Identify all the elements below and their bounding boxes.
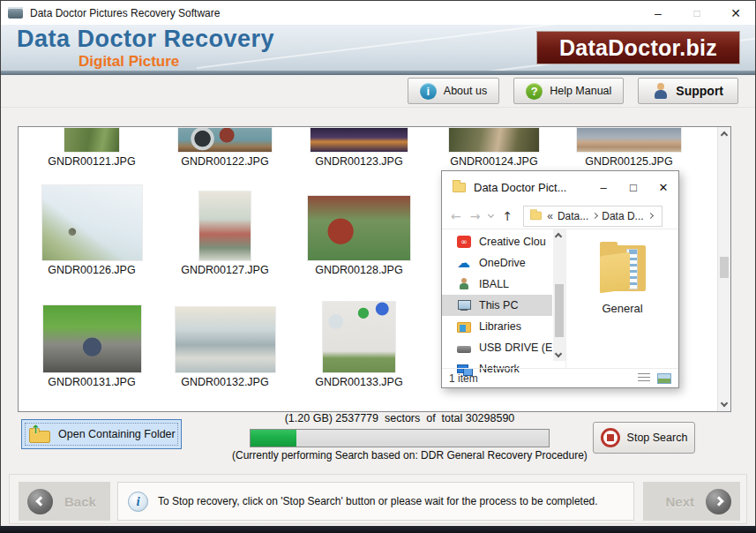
chevron-right-icon[interactable] <box>592 213 598 219</box>
details-view-icon[interactable] <box>638 373 650 383</box>
minimize-icon[interactable]: – <box>639 1 677 25</box>
sidebar-item-onedrive[interactable]: ☁ OneDrive <box>442 252 552 274</box>
folder-name: General <box>602 302 642 315</box>
close-icon[interactable]: ✕ <box>716 1 755 25</box>
usb-drive-icon <box>457 346 471 353</box>
thumbnail-item[interactable]: GNDR00126.JPG <box>38 183 146 276</box>
scroll-down-icon[interactable] <box>555 350 562 357</box>
photo-thumbnail[interactable] <box>311 128 408 152</box>
thumbnail-filename: GNDR00131.JPG <box>48 376 135 388</box>
thumbnail-item[interactable]: GNDR00127.JPG <box>171 183 279 276</box>
thumbnail-item[interactable]: GNDR00123.JPG <box>305 128 413 168</box>
explorer-status-bar: 1 item <box>442 368 678 387</box>
general-folder[interactable] <box>598 240 647 295</box>
scroll-up-icon[interactable] <box>555 233 562 240</box>
photo-thumbnail[interactable] <box>64 128 119 152</box>
thumbnail-item[interactable]: GNDR00131.JPG <box>38 295 146 388</box>
photo-thumbnail[interactable] <box>176 307 275 372</box>
photo-thumbnail[interactable] <box>43 305 141 372</box>
help-manual-button[interactable]: ? Help Manual <box>513 78 624 104</box>
stop-icon <box>601 428 620 447</box>
support-button[interactable]: Support <box>638 78 738 104</box>
thumbnail-filename: GNDR00126.JPG <box>48 264 135 276</box>
libraries-folder-icon <box>457 322 471 333</box>
scrollbar-thumb[interactable] <box>720 257 729 278</box>
brand-title: Data Doctor Recovery <box>17 26 274 53</box>
stop-search-label: Stop Search <box>627 432 688 444</box>
photo-thumbnail[interactable] <box>577 128 681 152</box>
sidebar-item-usb-drive[interactable]: USB DRIVE (E: <box>442 337 552 358</box>
explorer-window: Data Doctor Pict... – □ ✕ ← → ↑ « Data..… <box>441 170 679 388</box>
thumbnail-filename: GNDR00124.JPG <box>450 155 537 168</box>
computer-icon <box>457 299 471 312</box>
progress-bar <box>250 429 550 447</box>
progress-status-text: (Currently performing Search based on: D… <box>232 449 567 462</box>
back-button[interactable]: Back <box>19 482 110 521</box>
photo-thumbnail[interactable] <box>42 185 142 260</box>
sidebar-item-libraries[interactable]: Libraries <box>442 316 552 337</box>
datadoctor-logo: DataDoctor.biz <box>536 31 740 64</box>
panel-scrollbar[interactable] <box>717 127 730 411</box>
progress-bar-fill <box>251 430 296 447</box>
sidebar-item-this-pc[interactable]: This PC <box>442 295 552 316</box>
back-circle-icon <box>27 489 53 514</box>
explorer-close-icon[interactable]: ✕ <box>648 171 678 203</box>
question-icon: ? <box>526 83 543 100</box>
explorer-title-bar[interactable]: Data Doctor Pict... – □ ✕ <box>442 171 678 203</box>
explorer-content: General <box>565 229 678 368</box>
breadcrumb-overflow[interactable]: « <box>547 210 553 222</box>
thumbnail-item[interactable]: GNDR00125.JPG <box>575 128 683 168</box>
recent-locations-icon[interactable] <box>488 211 494 217</box>
photo-thumbnail[interactable] <box>199 191 251 260</box>
next-button[interactable]: Next <box>643 482 740 521</box>
windows-taskbar[interactable] <box>0 526 756 533</box>
thumbnail-item[interactable]: GNDR00121.JPG <box>38 128 146 168</box>
photo-thumbnail[interactable] <box>449 128 539 152</box>
thumbnail-filename: GNDR00132.JPG <box>181 376 268 388</box>
support-label: Support <box>676 84 723 98</box>
scroll-up-icon[interactable] <box>721 131 728 139</box>
about-us-button[interactable]: i About us <box>408 78 499 104</box>
photo-thumbnail[interactable] <box>308 196 410 260</box>
thumbnail-filename: GNDR00128.JPG <box>315 264 402 276</box>
back-arrow-icon[interactable]: ← <box>451 209 461 223</box>
creative-cloud-icon: ∞ <box>457 236 471 248</box>
open-containing-folder-button[interactable]: ↑ Open Containing Folder <box>21 419 182 449</box>
address-bar[interactable]: « Data... Data D... <box>523 206 662 227</box>
next-circle-icon <box>706 489 731 514</box>
scrollbar-thumb[interactable] <box>555 284 564 337</box>
stop-search-button[interactable]: Stop Search <box>593 422 695 454</box>
open-folder-icon: ↑ <box>29 425 50 443</box>
thumbnail-item[interactable]: GNDR00133.JPG <box>305 295 413 388</box>
forward-arrow-icon[interactable]: → <box>470 209 481 223</box>
sidebar-item-user[interactable]: IBALL <box>442 274 552 295</box>
explorer-maximize-icon[interactable]: □ <box>618 171 648 203</box>
chevron-right-icon[interactable] <box>647 213 654 219</box>
thumbnail-filename: GNDR00123.JPG <box>315 155 402 168</box>
toolbar: i About us ? Help Manual Support <box>1 75 755 108</box>
explorer-nav-bar: ← → ↑ « Data... Data D... <box>442 203 678 229</box>
thumbnail-item[interactable]: GNDR00128.JPG <box>305 183 413 276</box>
explorer-minimize-icon[interactable]: – <box>588 171 618 203</box>
scroll-down-icon[interactable] <box>721 400 728 407</box>
sidebar-scrollbar[interactable] <box>553 229 565 361</box>
photo-thumbnail[interactable] <box>323 302 395 372</box>
application-window: Data Doctor Pictures Recovery Software –… <box>0 0 756 533</box>
sidebar-item-creative-cloud[interactable]: ∞ Creative Clou <box>442 231 552 252</box>
photo-thumbnail[interactable] <box>178 128 272 152</box>
maximize-icon[interactable]: □ <box>677 1 716 25</box>
thumbnail-filename: GNDR00125.JPG <box>585 155 672 168</box>
help-manual-label: Help Manual <box>550 85 611 97</box>
thumbnail-item[interactable]: GNDR00122.JPG <box>171 128 279 168</box>
breadcrumb-item[interactable]: Data D... <box>602 210 643 222</box>
up-arrow-icon[interactable]: ↑ <box>502 209 513 223</box>
window-title: Data Doctor Pictures Recovery Software <box>30 7 220 19</box>
breadcrumb-item[interactable]: Data... <box>558 210 588 222</box>
folder-front <box>600 252 630 294</box>
about-us-label: About us <box>444 85 487 97</box>
user-icon <box>457 278 471 290</box>
thumbnail-item[interactable]: GNDR00132.JPG <box>171 295 279 388</box>
thumbnail-item[interactable]: GNDR00124.JPG <box>440 128 548 168</box>
thumbnails-view-icon[interactable] <box>657 373 671 384</box>
info-icon: i <box>420 83 437 100</box>
